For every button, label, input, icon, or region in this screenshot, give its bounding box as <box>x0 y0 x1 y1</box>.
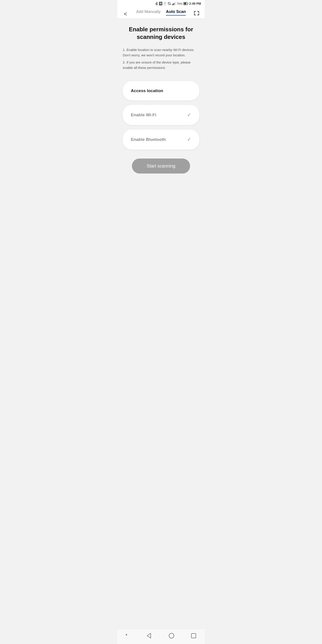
scan-icon-button[interactable] <box>192 10 201 17</box>
permission-cards: Access location Enable Wi-Fi ✓ Enable Bl… <box>123 81 199 150</box>
svg-rect-4 <box>174 3 174 5</box>
instruction-2: 2. If you are unsure of the device type,… <box>123 60 199 70</box>
tab-add-manually[interactable]: Add Manually <box>136 10 160 16</box>
page-title: Enable permissions for scanning devices <box>123 26 199 41</box>
battery-percentage: 76% <box>177 2 182 5</box>
permission-card-access-location[interactable]: Access location <box>123 81 199 100</box>
main-content: Enable permissions for scanning devices … <box>118 18 204 179</box>
svg-rect-2 <box>172 4 172 5</box>
instruction-1: 1. Enable location to scan nearby Wi-Fi … <box>123 47 199 58</box>
no-sim-icon <box>168 2 171 5</box>
tab-add-manually-label: Add Manually <box>136 10 160 14</box>
nav-bar: < Add Manually Auto Scan <box>118 7 204 18</box>
bluetooth-check-icon: ✓ <box>187 137 191 142</box>
nfc-icon: N <box>159 2 162 5</box>
status-bar: N 76% 2:49 PM <box>118 0 204 7</box>
svg-rect-8 <box>188 3 188 4</box>
scan-frame-icon <box>194 10 200 16</box>
status-icons: N 76% 2:49 PM <box>156 2 201 5</box>
enable-bluetooth-label: Enable Bluetooth <box>131 137 166 142</box>
permission-card-enable-bluetooth[interactable]: Enable Bluetooth ✓ <box>123 130 199 150</box>
permission-card-enable-wifi[interactable]: Enable Wi-Fi ✓ <box>123 105 199 125</box>
wifi-icon <box>163 2 167 5</box>
enable-wifi-label: Enable Wi-Fi <box>131 112 156 118</box>
back-icon: < <box>124 10 127 17</box>
svg-rect-6 <box>175 2 176 5</box>
signal-icon <box>172 2 176 5</box>
back-button[interactable]: < <box>121 10 130 18</box>
nav-tabs: Add Manually Auto Scan <box>136 10 186 18</box>
svg-rect-5 <box>174 2 175 5</box>
svg-rect-9 <box>184 3 186 5</box>
tab-auto-scan-label: Auto Scan <box>166 10 186 14</box>
wifi-check-icon: ✓ <box>187 112 191 118</box>
status-time: 2:49 PM <box>189 2 201 5</box>
access-location-label: Access location <box>131 88 163 93</box>
battery-icon <box>183 2 188 5</box>
tab-auto-scan[interactable]: Auto Scan <box>166 10 186 16</box>
start-scanning-button[interactable]: Start scanning <box>132 158 190 174</box>
bluetooth-icon <box>156 2 158 5</box>
svg-rect-3 <box>173 4 173 5</box>
